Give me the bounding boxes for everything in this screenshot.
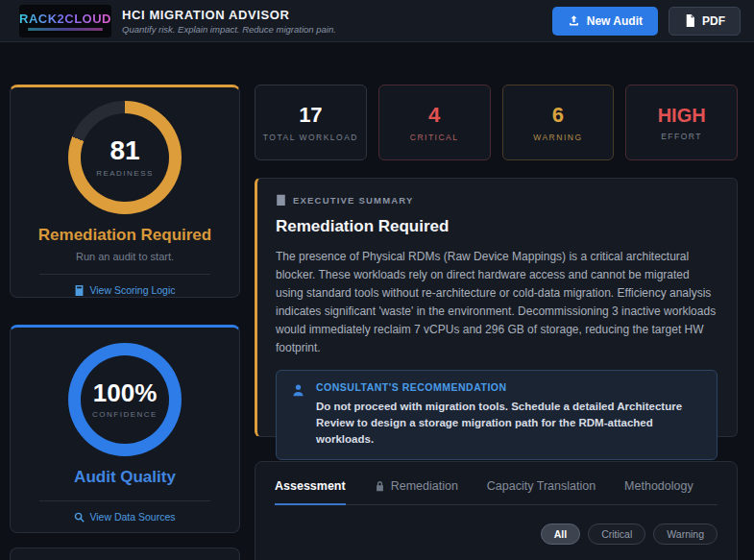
summary-body: The presence of Physical RDMs (Raw Devic…: [276, 248, 718, 357]
stat-card-effort: HIGH EFFORT: [625, 85, 738, 160]
tab-remediation[interactable]: Remediation: [375, 479, 458, 505]
divider: [39, 500, 210, 501]
executive-summary-eyebrow: EXECUTIVE SUMMARY: [276, 194, 718, 206]
main-content: 81 READINESS Remediation Required Run an…: [0, 42, 754, 560]
brand-logo-text: RACK2CLOUD: [19, 12, 111, 26]
readiness-hint: Run an audit to start.: [28, 251, 222, 262]
pdf-button[interactable]: PDF: [669, 7, 741, 36]
calculator-icon: [74, 285, 85, 296]
tab-capacity-translation[interactable]: Capacity Translation: [487, 479, 596, 505]
lock-icon: [375, 480, 385, 492]
detail-tabs-card: Assessment Remediation Capacity Translat…: [255, 461, 738, 560]
stats-row: 17 TOTAL WORKLOAD 4 CRITICAL 6 WARNING H…: [255, 85, 738, 160]
confidence-score-label: CONFIDENCE: [92, 410, 158, 419]
stat-label-effort: EFFORT: [661, 132, 702, 141]
summary-title: Remediation Required: [276, 217, 718, 236]
stat-card-critical: 4 CRITICAL: [378, 85, 491, 160]
title-block: HCI MIGRATION ADVISOR Quantify risk. Exp…: [122, 8, 336, 35]
brand-logo: RACK2CLOUD: [19, 5, 111, 37]
tab-remediation-label: Remediation: [391, 479, 458, 493]
filter-all[interactable]: All: [541, 523, 580, 545]
stat-value-total: 17: [299, 105, 322, 126]
view-scoring-logic-label: View Scoring Logic: [89, 284, 175, 296]
stat-value-effort: HIGH: [658, 106, 706, 125]
search-icon: [74, 512, 85, 523]
audit-quality-card: 100% CONFIDENCE Audit Quality View Data …: [10, 325, 240, 533]
executive-summary-label: EXECUTIVE SUMMARY: [293, 195, 414, 206]
tab-assessment-label: Assessment: [275, 479, 346, 493]
stat-label-total: TOTAL WORKLOAD: [263, 133, 358, 142]
sidebar: 81 READINESS Remediation Required Run an…: [10, 85, 240, 560]
page-title: HCI MIGRATION ADVISOR: [122, 8, 336, 22]
new-audit-label: New Audit: [587, 14, 643, 28]
divider: [39, 274, 210, 275]
confidence-gauge: 100% CONFIDENCE: [68, 343, 182, 456]
pdf-icon: [684, 14, 695, 27]
recommendation-title: CONSULTANT'S RECOMMENDATION: [316, 381, 702, 393]
confidence-score: 100%: [93, 380, 158, 405]
consultant-recommendation-content: CONSULTANT'S RECOMMENDATION Do not proce…: [316, 381, 702, 449]
upload-icon: [568, 14, 580, 27]
tab-methodology[interactable]: Methodology: [624, 479, 693, 505]
stat-label-warning: WARNING: [533, 133, 582, 142]
readiness-score: 81: [109, 137, 139, 164]
clipboard-icon: [276, 194, 286, 206]
stat-value-warning: 6: [552, 105, 564, 126]
readiness-gauge-center: 81 READINESS: [81, 113, 169, 202]
filter-warning[interactable]: Warning: [653, 523, 718, 545]
consultant-icon: [291, 383, 305, 398]
consultant-recommendation-box: CONSULTANT'S RECOMMENDATION Do not proce…: [276, 370, 718, 461]
stat-label-critical: CRITICAL: [410, 133, 459, 142]
filter-critical[interactable]: Critical: [588, 523, 645, 545]
confidence-gauge-center: 100% CONFIDENCE: [81, 355, 169, 444]
stat-card-total-workload: 17 TOTAL WORKLOAD: [255, 85, 367, 160]
readiness-card: 81 READINESS Remediation Required Run an…: [10, 85, 240, 298]
stat-card-warning: 6 WARNING: [502, 85, 615, 160]
new-audit-button[interactable]: New Audit: [552, 7, 658, 36]
app-header: RACK2CLOUD HCI MIGRATION ADVISOR Quantif…: [0, 0, 754, 42]
severity-filters: All Critical Warning: [275, 523, 718, 545]
view-scoring-logic-link[interactable]: View Scoring Logic: [74, 284, 175, 296]
page-subtitle: Quantify risk. Explain impact. Reduce mi…: [122, 24, 336, 35]
tab-assessment[interactable]: Assessment: [275, 479, 346, 505]
stat-value-critical: 4: [428, 105, 440, 126]
readiness-score-label: READINESS: [96, 169, 154, 178]
executive-summary-card: EXECUTIVE SUMMARY Remediation Required T…: [255, 178, 738, 437]
recommendation-body: Do not proceed with migration tools. Sch…: [316, 399, 702, 449]
view-data-sources-label: View Data Sources: [89, 511, 175, 523]
audit-quality-status: Audit Quality: [28, 468, 222, 487]
tab-bar: Assessment Remediation Capacity Translat…: [275, 479, 718, 505]
readiness-gauge: 81 READINESS: [68, 101, 182, 214]
pdf-label: PDF: [702, 14, 725, 28]
app-root: RACK2CLOUD HCI MIGRATION ADVISOR Quantif…: [0, 0, 754, 560]
next-card-partial: [10, 548, 240, 560]
readiness-status: Remediation Required: [28, 226, 222, 245]
brand-logo-tagline: [28, 28, 103, 31]
tab-capacity-translation-label: Capacity Translation: [487, 479, 596, 493]
view-data-sources-link[interactable]: View Data Sources: [74, 511, 175, 523]
tab-methodology-label: Methodology: [624, 479, 693, 493]
main-column: 17 TOTAL WORKLOAD 4 CRITICAL 6 WARNING H…: [255, 85, 738, 560]
